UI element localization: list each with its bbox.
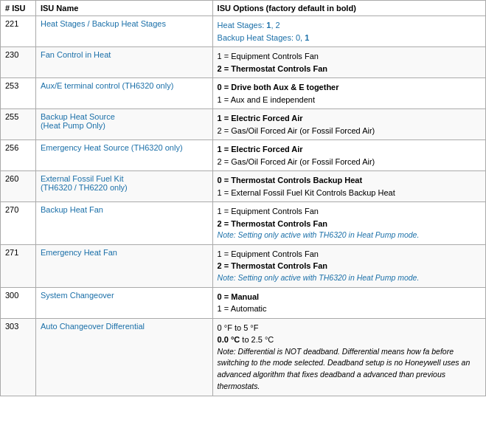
table-row-isu: 271: [1, 244, 36, 287]
table-row-isu: 221: [1, 16, 36, 47]
table-row-name: Backup Heat Source(Heat Pump Only): [35, 109, 212, 140]
table-row-name: System Changeover: [35, 287, 212, 318]
table-row-name: External Fossil Fuel Kit(TH6320 / TH6220…: [35, 171, 212, 202]
table-row-isu: 270: [1, 202, 36, 245]
table-row-options: 1 = Electric Forced Air2 = Gas/Oil Force…: [212, 109, 485, 140]
header-isu: # ISU: [1, 1, 36, 16]
table-row-name: Heat Stages / Backup Heat Stages: [35, 16, 212, 47]
table-row-options: 1 = Equipment Controls Fan2 = Thermostat…: [212, 47, 485, 78]
table-row-isu: 300: [1, 287, 36, 318]
table-row-isu: 260: [1, 171, 36, 202]
table-row-name: Emergency Heat Source (TH6320 only): [35, 140, 212, 171]
table-row-name: Emergency Heat Fan: [35, 244, 212, 287]
table-row-isu: 256: [1, 140, 36, 171]
table-row-name: Fan Control in Heat: [35, 47, 212, 78]
table-row-isu: 253: [1, 78, 36, 109]
header-options: ISU Options (factory default in bold): [212, 1, 485, 16]
table-row-name: Backup Heat Fan: [35, 202, 212, 245]
table-row-options: 1 = Electric Forced Air2 = Gas/Oil Force…: [212, 140, 485, 171]
table-row-options: 0 = Manual1 = Automatic: [212, 287, 485, 318]
table-row-options: 0 °F to 5 °F0.0 °C to 2.5 °CNote: Differ…: [212, 318, 485, 396]
header-name: ISU Name: [35, 1, 212, 16]
table-row-options: Heat Stages: 1, 2Backup Heat Stages: 0, …: [212, 16, 485, 47]
table-row-isu: 255: [1, 109, 36, 140]
table-row-isu: 303: [1, 318, 36, 396]
table-row-options: 0 = Thermostat Controls Backup Heat1 = E…: [212, 171, 485, 202]
table-row-options: 1 = Equipment Controls Fan2 = Thermostat…: [212, 202, 485, 245]
table-row-isu: 230: [1, 47, 36, 78]
table-row-name: Auto Changeover Differential: [35, 318, 212, 396]
table-row-options: 1 = Equipment Controls Fan2 = Thermostat…: [212, 244, 485, 287]
table-row-options: 0 = Drive both Aux & E together1 = Aux a…: [212, 78, 485, 109]
table-row-name: Aux/E terminal control (TH6320 only): [35, 78, 212, 109]
